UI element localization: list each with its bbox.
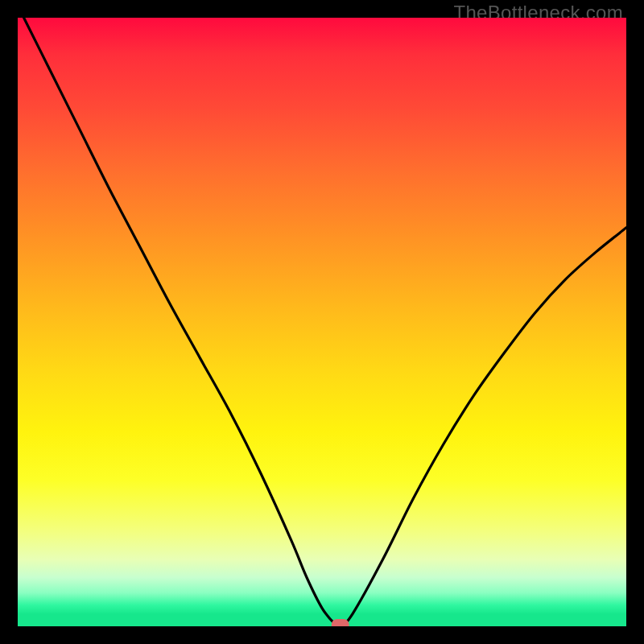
plot-area bbox=[18, 18, 626, 626]
chart-frame: TheBottleneck.com bbox=[0, 0, 644, 644]
chart-svg bbox=[18, 18, 626, 626]
bottleneck-curve-path bbox=[24, 18, 626, 626]
minimum-marker bbox=[332, 619, 349, 626]
